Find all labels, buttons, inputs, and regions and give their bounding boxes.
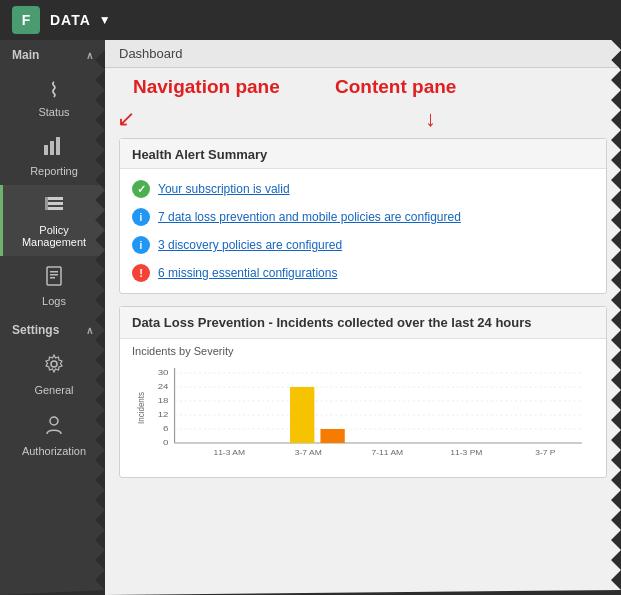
svg-text:3-7 P: 3-7 P (535, 449, 555, 457)
sidebar-item-status[interactable]: ⌇ Status (0, 68, 105, 126)
svg-text:0: 0 (163, 438, 168, 447)
alert-row-1: i 7 data loss prevention and mobile poli… (120, 203, 606, 231)
content-header: Dashboard (105, 40, 621, 68)
annotation-content-label: Content pane (335, 76, 456, 98)
svg-rect-8 (50, 271, 58, 273)
content-arrow: ↓ (425, 106, 436, 132)
title-chevron[interactable]: ▼ (99, 13, 111, 27)
svg-rect-1 (50, 141, 54, 155)
dlp-title: Data Loss Prevention - Incidents collect… (120, 307, 606, 339)
sidebar-policy-label: PolicyManagement (22, 224, 86, 248)
bar-orange (320, 429, 344, 443)
svg-rect-6 (45, 197, 48, 210)
sidebar: Main ∧ ⌇ Status Reporting PolicyManage (0, 40, 105, 595)
app-title: DATA (50, 12, 91, 28)
sidebar-item-general[interactable]: General (0, 343, 105, 404)
top-bar: F DATA ▼ (0, 0, 621, 40)
svg-text:Incidents: Incidents (135, 392, 146, 424)
alert-link-2[interactable]: 3 discovery policies are configured (158, 238, 342, 252)
health-alert-content: ✓ Your subscription is valid i 7 data lo… (120, 169, 606, 293)
alert-link-1[interactable]: 7 data loss prevention and mobile polici… (158, 210, 461, 224)
alert-icon-red: ! (132, 264, 150, 282)
general-icon (43, 353, 65, 380)
alert-icon-blue-1: i (132, 236, 150, 254)
authorization-icon (43, 414, 65, 441)
sidebar-settings-label: Settings (12, 323, 59, 337)
sidebar-item-policy-management[interactable]: PolicyManagement (0, 185, 105, 256)
svg-text:12: 12 (158, 410, 169, 419)
alert-row-0: ✓ Your subscription is valid (120, 175, 606, 203)
sidebar-status-label: Status (38, 106, 69, 118)
svg-point-11 (51, 361, 57, 367)
svg-text:30: 30 (158, 368, 169, 377)
logs-icon (43, 266, 65, 291)
sidebar-general-label: General (34, 384, 73, 396)
svg-rect-0 (44, 145, 48, 155)
svg-text:11-3 AM: 11-3 AM (213, 449, 245, 457)
svg-text:6: 6 (163, 424, 168, 433)
annotation-nav-label: Navigation pane (133, 76, 280, 98)
svg-text:24: 24 (158, 382, 169, 391)
dlp-section: Data Loss Prevention - Incidents collect… (119, 306, 607, 478)
main-layout: Main ∧ ⌇ Status Reporting PolicyManage (0, 40, 621, 595)
sidebar-item-authorization[interactable]: Authorization (0, 404, 105, 465)
alert-icon-blue-0: i (132, 208, 150, 226)
health-alert-section: Health Alert Summary ✓ Your subscription… (119, 138, 607, 294)
svg-text:7-11 AM: 7-11 AM (371, 449, 403, 457)
settings-section-chevron[interactable]: ∧ (86, 325, 93, 336)
status-icon: ⌇ (49, 78, 59, 102)
dlp-subtitle: Incidents by Severity (120, 339, 606, 357)
content-body: Navigation pane Content pane ↙ ↓ Health … (105, 68, 621, 595)
svg-text:18: 18 (158, 396, 169, 405)
sidebar-section-settings: Settings ∧ (0, 315, 105, 343)
reporting-icon (43, 136, 65, 161)
svg-rect-10 (50, 277, 55, 279)
sidebar-section-main: Main ∧ (0, 40, 105, 68)
logo-letter: F (22, 12, 31, 28)
svg-point-12 (50, 417, 58, 425)
incidents-chart: 0 6 12 18 24 30 Incidents 11-3 AM 3-7 AM… (132, 363, 594, 463)
svg-text:11-3 PM: 11-3 PM (450, 449, 482, 457)
chart-area: 0 6 12 18 24 30 Incidents 11-3 AM 3-7 AM… (120, 357, 606, 477)
svg-text:3-7 AM: 3-7 AM (295, 449, 322, 457)
svg-rect-2 (56, 137, 60, 155)
alert-row-2: i 3 discovery policies are configured (120, 231, 606, 259)
svg-rect-7 (47, 267, 61, 285)
alert-row-3: ! 6 missing essential configurations (120, 259, 606, 287)
bar-yellow (290, 387, 314, 443)
sidebar-authorization-label: Authorization (22, 445, 86, 457)
sidebar-reporting-label: Reporting (30, 165, 78, 177)
nav-arrow: ↙ (117, 106, 135, 132)
svg-rect-9 (50, 274, 58, 276)
sidebar-item-logs[interactable]: Logs (0, 256, 105, 315)
sidebar-logs-label: Logs (42, 295, 66, 307)
health-alert-title: Health Alert Summary (120, 139, 606, 169)
sidebar-item-reporting[interactable]: Reporting (0, 126, 105, 185)
content-area: Dashboard Navigation pane Content pane ↙… (105, 40, 621, 595)
alert-link-3[interactable]: 6 missing essential configurations (158, 266, 337, 280)
alert-link-0[interactable]: Your subscription is valid (158, 182, 290, 196)
app-logo[interactable]: F (12, 6, 40, 34)
policy-management-icon (43, 195, 65, 220)
main-section-chevron[interactable]: ∧ (86, 50, 93, 61)
alert-icon-green: ✓ (132, 180, 150, 198)
sidebar-main-label: Main (12, 48, 39, 62)
